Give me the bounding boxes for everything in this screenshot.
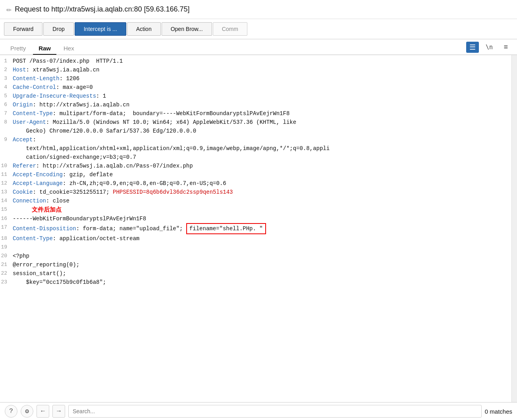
table-row: 18 Content-Type: application/octet-strea… <box>0 234 511 243</box>
forward-button[interactable]: Forward <box>4 22 42 36</box>
tab-bar: Pretty Raw Hex ☰ \n ≡ <box>0 39 517 55</box>
table-row: 10 Referer: http://xtra5wsj.ia.aqlab.cn/… <box>0 162 511 170</box>
newline-icon-btn[interactable]: \n <box>483 42 496 53</box>
forward-nav-button[interactable]: → <box>52 405 65 418</box>
table-row: 22 session_start(); <box>0 269 511 278</box>
table-row: 3 Content-Length: 1206 <box>0 74 511 83</box>
toolbar: Forward Drop Intercept is ... Action Ope… <box>0 19 517 39</box>
table-row: 21 @error_reporting(0); <box>0 260 511 269</box>
help-button[interactable]: ? <box>5 405 17 418</box>
table-row: Gecko) Chrome/120.0.0.0 Safari/537.36 Ed… <box>0 127 511 135</box>
tab-hex[interactable]: Hex <box>58 42 80 55</box>
table-row: 13 Cookie: td_cookie=3251255117; PHPSESS… <box>0 188 511 197</box>
code-main: 1 POST /Pass-07/index.php HTTP/1.1 2 Hos… <box>0 55 517 402</box>
table-row: 5 Upgrade-Insecure-Requests: 1 <box>0 92 511 100</box>
menu-icon-btn[interactable]: ≡ <box>500 42 512 53</box>
table-row: 4 Cache-Control: max-age=0 <box>0 83 511 92</box>
action-button[interactable]: Action <box>127 22 161 36</box>
table-row: 6 Origin: http://xtra5wsj.ia.aqlab.cn <box>0 100 511 109</box>
drop-button[interactable]: Drop <box>43 22 73 36</box>
page-title: Request to http://xtra5wsj.ia.aqlab.cn:8… <box>15 5 189 13</box>
table-row: text/html,application/xhtml+xml,applicat… <box>0 144 511 153</box>
tab-pretty[interactable]: Pretty <box>5 42 31 55</box>
table-row: 1 POST /Pass-07/index.php HTTP/1.1 <box>0 57 511 66</box>
table-row: 12 Accept-Language: zh-CN,zh;q=0.9,en;q=… <box>0 179 511 188</box>
open-browser-button[interactable]: Open Brow... <box>162 22 212 36</box>
settings-button[interactable]: ⚙ <box>21 405 33 418</box>
top-bar: ✏ Request to http://xtra5wsj.ia.aqlab.cn… <box>0 0 517 19</box>
annotation-text: 文件后加点 <box>32 206 62 213</box>
code-area[interactable]: 1 POST /Pass-07/index.php HTTP/1.1 2 Hos… <box>0 55 511 402</box>
table-row: 15 文件后加点 <box>0 205 511 214</box>
table-row: 17 Content-Disposition: form-data; name=… <box>0 223 511 234</box>
table-row: 14 Connection: close <box>0 197 511 205</box>
table-row: cation/signed-exchange;v=b3;q=0.7 <box>0 153 511 162</box>
matches-label: 0 matches <box>485 408 512 415</box>
table-row: 20 <?php <box>0 252 511 260</box>
table-row: 19 <box>0 243 511 252</box>
back-button[interactable]: ← <box>37 405 49 418</box>
edit-icon: ✏ <box>6 4 12 15</box>
tab-icons: ☰ \n ≡ <box>466 42 512 54</box>
comment-button[interactable]: Comm <box>213 22 247 36</box>
intercept-button[interactable]: Intercept is ... <box>75 22 126 36</box>
scrollbar[interactable] <box>511 55 517 402</box>
table-row: 23 $key="0cc175b9c0f1b6a8"; <box>0 278 511 287</box>
table-row: 16 ------WebKitFormBoundaryptslPAvEejrWn… <box>0 214 511 223</box>
table-row: 11 Accept-Encoding: gzip, deflate <box>0 170 511 179</box>
table-row: 8 User-Agent: Mozilla/5.0 (Windows NT 10… <box>0 118 511 127</box>
search-input[interactable] <box>68 405 482 418</box>
list-icon-btn[interactable]: ☰ <box>466 42 479 53</box>
table-row: 7 Content-Type: multipart/form-data; bou… <box>0 109 511 118</box>
table-row: 2 Host: xtra5wsj.ia.aqlab.cn <box>0 66 511 74</box>
tab-raw[interactable]: Raw <box>33 42 56 55</box>
table-row: 9 Accept: <box>0 135 511 144</box>
bottom-bar: ? ⚙ ← → 0 matches <box>0 402 517 420</box>
